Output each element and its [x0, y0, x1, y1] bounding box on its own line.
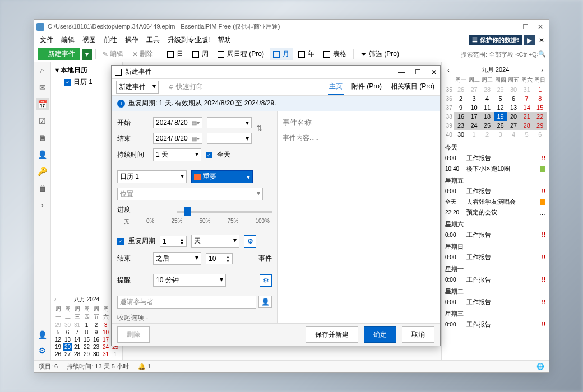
menu-upgrade[interactable]: 升级到专业版!	[164, 34, 213, 46]
cal-day[interactable]: 24	[468, 121, 481, 130]
cal-day[interactable]: 28	[520, 121, 534, 130]
end-mode-select[interactable]: 之后▾	[153, 252, 201, 265]
sidebar-calendar-icon[interactable]: 📅	[36, 98, 49, 110]
delete-event-button[interactable]: 删除	[117, 326, 150, 343]
cal-day[interactable]: 11	[480, 103, 494, 112]
tree-item-calendar1[interactable]: ✓ 日历 1	[53, 76, 120, 88]
view-month[interactable]: 月	[270, 48, 293, 60]
sidebar-mail-icon[interactable]: ✉	[36, 81, 49, 94]
view-weekagenda[interactable]: 周日程 (Pro)	[214, 48, 267, 60]
cal-day[interactable]: 5	[494, 94, 507, 103]
agenda-item[interactable]: 0:00工作报告!!	[442, 153, 549, 164]
repeat-unit-select[interactable]: 天▾	[191, 235, 239, 248]
cal-day[interactable]: 22	[533, 112, 547, 121]
repeat-count-input[interactable]: 1▲▼	[160, 236, 187, 247]
cal-day[interactable]: 12	[494, 103, 507, 112]
sidebar-tasks-icon[interactable]: ☑	[36, 115, 49, 127]
sidebar-contacts-icon[interactable]: 👤	[36, 148, 49, 161]
progress-slider[interactable]	[177, 211, 272, 213]
cal-day[interactable]: 2	[454, 94, 468, 103]
view-day[interactable]: 日	[164, 48, 187, 60]
cal-day[interactable]: 18	[480, 112, 494, 121]
cal-day[interactable]: 21	[72, 343, 82, 351]
cal-prev[interactable]: ‹	[54, 297, 56, 303]
cal-day[interactable]: 30	[91, 351, 101, 358]
sidebar-user-icon[interactable]: 👤	[36, 329, 49, 341]
cal-day[interactable]: 12	[53, 336, 63, 343]
cal-day[interactable]: 30	[507, 85, 520, 94]
tab-main[interactable]: 主页	[328, 80, 344, 95]
cal-day[interactable]: 26	[53, 351, 63, 358]
cal-day[interactable]: 13	[507, 103, 520, 112]
cal-day[interactable]: 27	[507, 121, 520, 130]
start-date-input[interactable]: 2024/ 8/20▦▾	[153, 117, 202, 128]
participants-input[interactable]: 邀请参与者	[117, 296, 256, 309]
cal-day[interactable]: 9	[91, 329, 101, 336]
agenda-item[interactable]: 0:00工作报告!!	[442, 230, 549, 240]
agenda-item[interactable]: 0:00工作报告!!	[442, 252, 549, 263]
cal-day[interactable]: 4	[507, 130, 520, 139]
cal-day[interactable]: 10	[101, 329, 110, 336]
cal-day[interactable]: 29	[82, 351, 91, 358]
checkbox-icon[interactable]: ✓	[64, 79, 71, 86]
menu-help[interactable]: 帮助	[214, 34, 234, 46]
cal-day[interactable]: 14	[72, 336, 82, 343]
cal-day[interactable]: 3	[494, 130, 507, 139]
cal-day[interactable]: 15	[82, 336, 91, 343]
agenda-item[interactable]: 0:00工作报告!!	[442, 297, 549, 307]
dialog-minimize[interactable]: —	[398, 68, 405, 76]
cal-day[interactable]: 31	[101, 351, 110, 358]
menu-tools[interactable]: 工具	[143, 34, 163, 46]
agenda-item[interactable]: 全天去看张学友演唱会	[442, 197, 549, 207]
cal-day[interactable]: 31	[520, 85, 534, 94]
add-participant-button[interactable]: 👤	[258, 296, 272, 308]
view-table[interactable]: 表格	[320, 48, 350, 60]
cal-day[interactable]: 9	[454, 103, 468, 112]
cal-day[interactable]: 2	[91, 321, 101, 329]
cal-day[interactable]: 29	[533, 121, 547, 130]
cal-day[interactable]: 28	[480, 85, 494, 94]
cal-day[interactable]: 17	[101, 336, 110, 343]
new-event-dropdown[interactable]: ▾	[82, 49, 92, 60]
maximize-button[interactable]: ☐	[522, 23, 529, 31]
menu-view[interactable]: 视图	[79, 34, 99, 46]
cal-day[interactable]: 21	[520, 112, 534, 121]
search-box[interactable]: 🔍	[457, 49, 545, 59]
reminder-settings-button[interactable]: ⚙	[260, 274, 272, 287]
cal-day[interactable]: 13	[63, 336, 72, 343]
cal-day[interactable]: 6	[63, 329, 72, 336]
cal-day[interactable]: 17	[468, 112, 481, 121]
cal-day[interactable]: 5	[520, 130, 534, 139]
cal-day[interactable]: 19	[53, 343, 63, 351]
cal-day[interactable]: 1	[110, 351, 120, 358]
search-input[interactable]	[461, 51, 538, 58]
calendar-select[interactable]: 日历 1▾	[117, 170, 187, 183]
dialog-maximize[interactable]: ☐	[415, 68, 421, 76]
delete-button[interactable]: ✕ 删除	[129, 48, 156, 60]
end-time-input[interactable]: ▾	[207, 133, 252, 144]
rcal-prev[interactable]: ‹	[447, 67, 450, 73]
cal-day[interactable]: 1	[468, 130, 481, 139]
repeat-checkbox[interactable]: ✓	[117, 238, 124, 245]
cal-day[interactable]: 25	[480, 121, 494, 130]
dialog-close[interactable]: ✕	[431, 68, 437, 76]
cal-day[interactable]: 22	[82, 343, 91, 351]
menu-file[interactable]: 文件	[36, 34, 57, 46]
cal-day[interactable]: 31	[72, 321, 82, 329]
agenda-item[interactable]: 0:00工作报告!!	[442, 274, 549, 285]
cal-day[interactable]: 28	[72, 351, 82, 358]
cal-day[interactable]: 2	[480, 130, 494, 139]
cal-day[interactable]: 7	[72, 329, 82, 336]
menu-goto[interactable]: 前往	[100, 34, 121, 46]
tab-related[interactable]: 相关项目 (Pro)	[390, 80, 436, 95]
cal-day[interactable]: 24	[101, 343, 110, 351]
agenda-item[interactable]: 0:00工作报告!!	[442, 319, 549, 330]
close-button[interactable]: ✕	[538, 23, 543, 31]
agenda-item[interactable]: 0:00工作报告!!	[442, 186, 549, 197]
link-icon[interactable]: ⇅	[256, 124, 263, 133]
cal-day[interactable]: 23	[91, 343, 101, 351]
cal-day[interactable]: 10	[468, 103, 481, 112]
banner-close[interactable]: ✕	[536, 36, 547, 44]
sidebar-passwords-icon[interactable]: 🔑	[36, 165, 49, 178]
cal-day[interactable]: 8	[533, 94, 547, 103]
